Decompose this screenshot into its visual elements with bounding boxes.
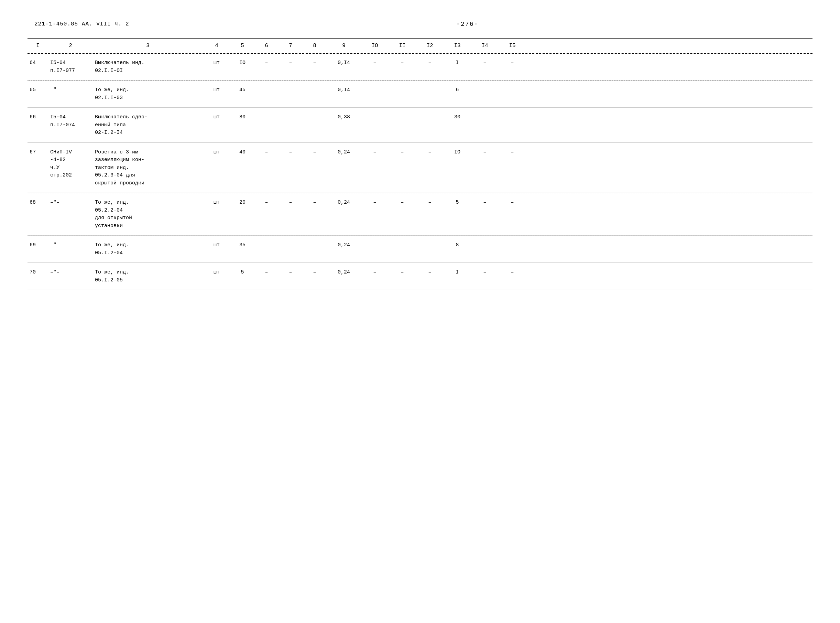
cell-col15: –	[499, 85, 526, 96]
col-header-4: 4	[203, 41, 230, 50]
cell-col9: 0,24	[327, 267, 361, 278]
cell-col2: –"–	[48, 85, 93, 96]
cell-col3: Выключатель инд. 02.I.I-OI	[93, 58, 203, 76]
cell-col5: 5	[230, 267, 254, 278]
cell-col12: –	[416, 112, 444, 123]
cell-col4: шт	[203, 58, 230, 69]
cell-col14: –	[471, 85, 499, 96]
cell-col12: –	[416, 58, 444, 69]
cell-col8: –	[303, 240, 327, 251]
cell-col10: –	[361, 147, 389, 158]
table-row: 66I5-04 п.I7-074Выключатель сдво- енный …	[28, 108, 812, 143]
cell-col13: 6	[444, 85, 471, 96]
cell-num: 69	[28, 240, 48, 251]
cell-col7: –	[278, 267, 303, 278]
cell-col2: I5-04 п.I7-074	[48, 112, 93, 130]
col-header-5: 5	[230, 41, 254, 50]
cell-col9: 0,24	[327, 240, 361, 251]
cell-col3: То же, инд. 05.I.2-04	[93, 240, 203, 258]
col-header-15: I5	[499, 41, 526, 50]
col-header-14: I4	[471, 41, 499, 50]
cell-num: 68	[28, 198, 48, 208]
cell-col6: –	[254, 198, 278, 208]
col-header-1: I	[28, 41, 48, 50]
cell-col13: IO	[444, 147, 471, 158]
cell-col7: –	[278, 198, 303, 208]
cell-col2: –"–	[48, 240, 93, 251]
cell-col2: СНиП-IV -4-82 ч.У стр.202	[48, 147, 93, 181]
cell-col11: –	[389, 85, 416, 96]
cell-col12: –	[416, 85, 444, 96]
cell-col3: То же, инд. 05.2.2-04 для открытой устан…	[93, 198, 203, 231]
cell-col6: –	[254, 147, 278, 158]
table-row: 64I5-04 п.I7-077Выключатель инд. 02.I.I-…	[28, 54, 812, 80]
cell-col11: –	[389, 147, 416, 158]
cell-col8: –	[303, 198, 327, 208]
cell-col7: –	[278, 85, 303, 96]
cell-col6: –	[254, 267, 278, 278]
cell-col6: –	[254, 240, 278, 251]
cell-col14: –	[471, 58, 499, 69]
cell-col9: 0,I4	[327, 58, 361, 69]
col-header-8: 8	[303, 41, 327, 50]
cell-col4: шт	[203, 112, 230, 123]
cell-col4: шт	[203, 85, 230, 96]
cell-col10: –	[361, 198, 389, 208]
table-row: 65–"–То же, инд. 02.I.I-03шт45–––0,I4–––…	[28, 80, 812, 108]
cell-col15: –	[499, 58, 526, 69]
cell-col15: –	[499, 240, 526, 251]
cell-col3: То же, инд. 05.I.2-05	[93, 267, 203, 285]
cell-col2: –"–	[48, 267, 93, 278]
col-header-7: 7	[278, 41, 303, 50]
cell-col13: I	[444, 267, 471, 278]
cell-col9: 0,24	[327, 147, 361, 158]
cell-num: 70	[28, 267, 48, 278]
cell-col8: –	[303, 85, 327, 96]
table-row: 70–"–То же, инд. 05.I.2-05шт5–––0,24–––I…	[28, 263, 812, 290]
column-headers: I 2 3 4 5 6 7 8 9 IO II I2 I3 I4 I5	[28, 38, 812, 54]
cell-col15: –	[499, 198, 526, 208]
cell-col6: –	[254, 58, 278, 69]
cell-num: 66	[28, 112, 48, 123]
cell-col14: –	[471, 267, 499, 278]
cell-col10: –	[361, 112, 389, 123]
cell-num: 67	[28, 147, 48, 158]
cell-col9: 0,24	[327, 198, 361, 208]
col-header-9: 9	[327, 41, 361, 50]
cell-col13: 30	[444, 112, 471, 123]
cell-col5: 40	[230, 147, 254, 158]
cell-col11: –	[389, 58, 416, 69]
cell-col8: –	[303, 267, 327, 278]
cell-col15: –	[499, 112, 526, 123]
cell-col7: –	[278, 58, 303, 69]
cell-col14: –	[471, 240, 499, 251]
cell-col12: –	[416, 147, 444, 158]
cell-col4: шт	[203, 198, 230, 208]
cell-col5: IO	[230, 58, 254, 69]
cell-col10: –	[361, 267, 389, 278]
cell-col11: –	[389, 240, 416, 251]
cell-col10: –	[361, 240, 389, 251]
cell-num: 65	[28, 85, 48, 96]
cell-col6: –	[254, 85, 278, 96]
main-table: I 2 3 4 5 6 7 8 9 IO II I2 I3 I4 I5 64I5…	[28, 38, 812, 290]
col-header-13: I3	[444, 41, 471, 50]
cell-col14: –	[471, 112, 499, 123]
col-header-11: II	[389, 41, 416, 50]
cell-col6: –	[254, 112, 278, 123]
table-row: 67СНиП-IV -4-82 ч.У стр.202Розетка с 3-и…	[28, 143, 812, 193]
cell-col14: –	[471, 147, 499, 158]
cell-col5: 20	[230, 198, 254, 208]
table-body: 64I5-04 п.I7-077Выключатель инд. 02.I.I-…	[28, 54, 812, 290]
cell-col4: шт	[203, 240, 230, 251]
header-center-text: -276-	[456, 21, 478, 28]
cell-col13: 5	[444, 198, 471, 208]
cell-col12: –	[416, 198, 444, 208]
cell-col7: –	[278, 147, 303, 158]
cell-col8: –	[303, 147, 327, 158]
cell-col11: –	[389, 112, 416, 123]
cell-col11: –	[389, 267, 416, 278]
col-header-2: 2	[48, 41, 93, 50]
table-row: 69–"–То же, инд. 05.I.2-04шт35–––0,24–––…	[28, 236, 812, 263]
cell-col5: 80	[230, 112, 254, 123]
